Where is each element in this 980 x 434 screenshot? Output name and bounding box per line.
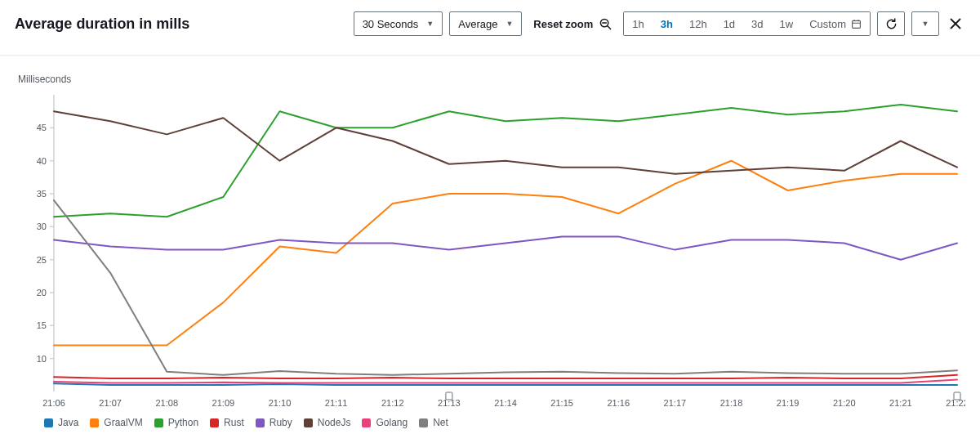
legend-swatch (362, 418, 371, 427)
svg-text:40: 40 (37, 156, 47, 166)
legend-item-java[interactable]: Java (44, 417, 78, 428)
svg-text:25: 25 (37, 255, 47, 265)
legend-label: Net (433, 417, 448, 428)
legend-label: Java (58, 417, 78, 428)
time-range-3h[interactable]: 3h (653, 12, 681, 35)
svg-text:21:11: 21:11 (325, 398, 348, 408)
legend-swatch (44, 418, 53, 427)
svg-text:21:14: 21:14 (494, 398, 517, 408)
close-icon (949, 17, 962, 30)
svg-text:21:09: 21:09 (212, 398, 235, 408)
svg-line-1 (608, 25, 611, 29)
time-range-3d[interactable]: 3d (743, 12, 771, 35)
svg-text:20: 20 (37, 288, 47, 298)
series-rust (54, 375, 957, 378)
legend-item-net[interactable]: Net (419, 417, 448, 428)
svg-text:45: 45 (37, 123, 47, 132)
svg-text:21:06: 21:06 (42, 398, 65, 408)
svg-text:21:21: 21:21 (889, 398, 912, 408)
time-range-1w[interactable]: 1w (772, 12, 802, 35)
legend-item-python[interactable]: Python (154, 417, 198, 428)
legend-item-nodejs[interactable]: NodeJs (304, 417, 351, 428)
svg-text:21:12: 21:12 (381, 398, 404, 408)
period-select[interactable]: 30 Seconds ▼ (354, 11, 443, 36)
time-range-1h[interactable]: 1h (624, 12, 652, 35)
series-golang (54, 380, 957, 383)
reset-zoom-label: Reset zoom (533, 18, 593, 30)
series-net (54, 200, 957, 375)
y-axis-title: Milliseconds (18, 74, 965, 85)
time-range-custom[interactable]: Custom (801, 12, 870, 35)
header-controls: 30 Seconds ▼ Average ▼ Reset zoom 1h3h12… (354, 11, 965, 36)
calendar-icon (851, 19, 862, 29)
scrub-handle-right[interactable] (954, 392, 960, 400)
time-range-group: 1h3h12h1d3d1wCustom (623, 11, 871, 36)
chart-area: Milliseconds 101520253035404521:0621:072… (0, 56, 980, 428)
legend-swatch (304, 418, 313, 427)
time-range-1d[interactable]: 1d (715, 12, 743, 35)
scrub-handle-left[interactable] (446, 392, 452, 400)
legend-swatch (256, 418, 265, 427)
refresh-options-button[interactable]: ▼ (911, 11, 939, 36)
legend-label: Golang (376, 417, 408, 428)
svg-text:30: 30 (37, 221, 47, 231)
caret-down-icon: ▼ (922, 20, 929, 28)
legend-swatch (419, 418, 428, 427)
legend-label: Ruby (270, 417, 292, 428)
svg-text:21:08: 21:08 (155, 398, 178, 408)
close-button[interactable] (946, 14, 965, 34)
svg-text:21:20: 21:20 (833, 398, 856, 408)
svg-text:21:17: 21:17 (664, 398, 687, 408)
stat-select[interactable]: Average ▼ (449, 11, 522, 36)
svg-text:21:15: 21:15 (550, 398, 573, 408)
svg-text:35: 35 (37, 189, 47, 199)
header: Average duration in mills 30 Seconds ▼ A… (0, 0, 980, 46)
legend-item-graalvm[interactable]: GraalVM (90, 417, 142, 428)
legend-label: NodeJs (318, 417, 351, 428)
refresh-button[interactable] (877, 11, 905, 36)
page-title: Average duration in mills (15, 16, 189, 33)
refresh-icon (885, 18, 898, 30)
series-ruby (54, 236, 957, 259)
time-range-12h[interactable]: 12h (681, 12, 715, 35)
caret-down-icon: ▼ (426, 20, 434, 28)
reset-zoom-button[interactable]: Reset zoom (528, 11, 617, 36)
series-graalvm (54, 161, 957, 346)
svg-text:21:18: 21:18 (720, 398, 743, 408)
legend: JavaGraalVMPythonRustRubyNodeJsGolangNet (15, 413, 965, 428)
legend-label: Rust (224, 417, 244, 428)
svg-text:21:19: 21:19 (777, 398, 800, 408)
zoom-out-icon (599, 18, 612, 30)
legend-item-golang[interactable]: Golang (362, 417, 408, 428)
legend-label: Python (168, 417, 198, 428)
svg-text:21:16: 21:16 (607, 398, 630, 408)
divider (0, 46, 980, 56)
svg-text:10: 10 (37, 354, 47, 364)
legend-swatch (90, 418, 99, 427)
legend-item-ruby[interactable]: Ruby (256, 417, 292, 428)
legend-item-rust[interactable]: Rust (210, 417, 244, 428)
caret-down-icon: ▼ (506, 20, 513, 28)
svg-text:21:10: 21:10 (269, 398, 292, 408)
legend-swatch (210, 418, 219, 427)
legend-label: GraalVM (104, 417, 142, 428)
series-java (54, 383, 957, 385)
period-select-value: 30 Seconds (363, 18, 419, 30)
stat-select-value: Average (458, 18, 497, 30)
line-chart: 101520253035404521:0621:0721:0821:0921:1… (15, 90, 965, 413)
svg-text:21:07: 21:07 (99, 398, 122, 408)
legend-swatch (154, 418, 163, 427)
svg-rect-3 (853, 20, 861, 28)
svg-text:15: 15 (37, 320, 47, 330)
